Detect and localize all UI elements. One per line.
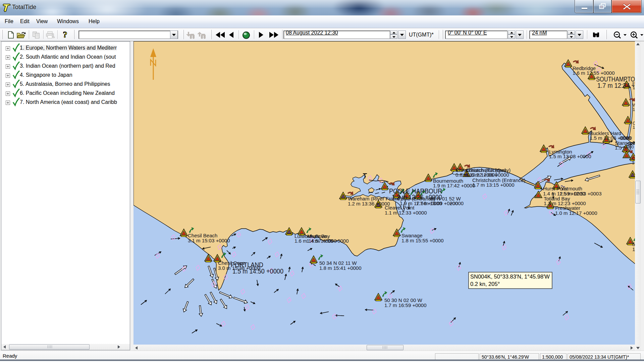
svg-text:1.8 m 15:55 +0000: 1.8 m 15:55 +0000 — [401, 238, 444, 243]
svg-text:1.7 m 16:59 +0000: 1.7 m 16:59 +0000 — [384, 302, 427, 308]
svg-text:1.8 m 15:41 +0000: 1.8 m 15:41 +0000 — [319, 265, 362, 271]
svg-text:?: ? — [63, 31, 67, 39]
svg-text:0.2 kn, 205°: 0.2 kn, 205° — [470, 281, 500, 287]
svg-text:1.7: 1.7 — [632, 246, 635, 252]
svg-text:0.6 m 12:06 +0000: 0.6 m 12:06 +0000 — [467, 172, 509, 178]
svg-text:1.6 m 12:55 +0000: 1.6 m 12:55 +0000 — [573, 70, 615, 76]
svg-text:3.1 m 15:03 +0000: 3.1 m 15:03 +0000 — [188, 238, 230, 243]
svg-text:1.7 m 13:15 +0000: 1.7 m 13:15 +0000 — [472, 182, 515, 188]
svg-text:1.5 m 13:08 +0000: 1.5 m 13:08 +0000 — [549, 154, 591, 159]
svg-text:1.7 m 12:34 +: 1.7 m 12:34 + — [597, 82, 635, 89]
svg-text:1: 1 — [633, 125, 635, 130]
svg-text:SN004K, 50°33.83'N, 1°45.98'W: SN004K, 50°33.83'N, 1°45.98'W — [470, 274, 550, 280]
svg-text:1.2 m 12:26 +0000: 1.2 m 12:26 +0000 — [392, 193, 442, 201]
svg-text:1.5 m 14:50 +0000: 1.5 m 14:50 +0000 — [232, 267, 283, 275]
svg-text:1.1 m 12:33 +0000: 1.1 m 12:33 +0000 — [385, 210, 427, 216]
svg-text:1.0 m 12:17 +0000: 1.0 m 12:17 +0000 — [555, 210, 597, 216]
svg-text:1.4 m 15:00 +0000: 1.4 m 15:00 +0000 — [307, 238, 349, 244]
svg-text:1: 1 — [633, 107, 635, 112]
svg-text:1: 1 — [632, 160, 634, 165]
svg-text:+0000: +0000 — [449, 200, 464, 206]
svg-text:1.2 m 13:36 +0000: 1.2 m 13:36 +0000 — [348, 201, 390, 206]
svg-text:000: 000 — [627, 144, 634, 149]
